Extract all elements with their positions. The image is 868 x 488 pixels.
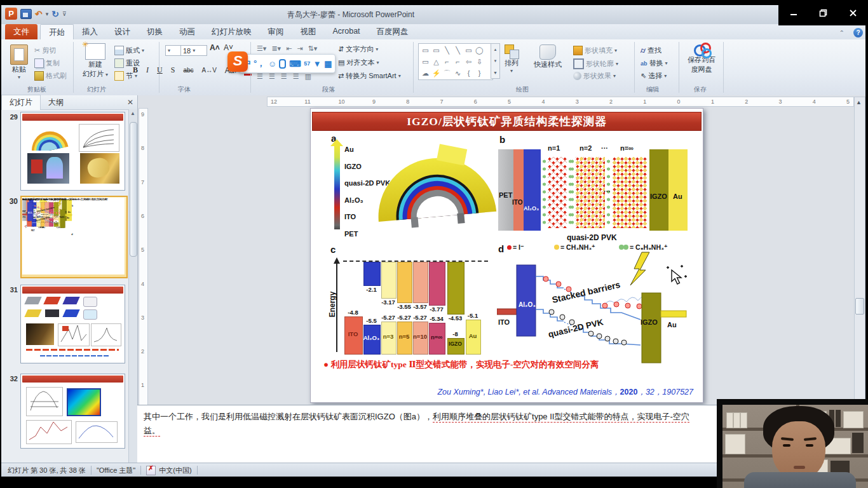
sogou-icon[interactable]: °， [254, 58, 265, 69]
italic-icon[interactable]: I [145, 65, 150, 75]
ribbon-tab-插入[interactable]: 插入 [74, 24, 106, 39]
cut-button[interactable]: ✂剪切 [34, 46, 56, 55]
scroll-up-icon[interactable]: ▲ [856, 99, 862, 105]
ribbon-tab-切换[interactable]: 切换 [139, 24, 171, 39]
bullets-icon[interactable]: ☰▾ [257, 44, 266, 53]
line-spacing-icon[interactable]: ⇅▾ [308, 44, 318, 53]
shape-glyph[interactable]: ⌐ [452, 57, 463, 67]
layout-button[interactable]: 版式▾ [114, 46, 144, 55]
ribbon-tab-文件[interactable]: 文件 [5, 24, 37, 39]
shape-glyph[interactable]: ╲ [452, 45, 463, 55]
shape-glyph[interactable]: △ [431, 57, 442, 67]
help-icon[interactable]: ? [853, 28, 863, 37]
shape-fill-button[interactable]: 形状填充▾ [573, 46, 617, 55]
format-painter-button[interactable]: 格式刷 [34, 71, 67, 81]
shape-glyph[interactable]: ☁ [420, 68, 431, 78]
grow-font-icon[interactable]: A˄ [208, 43, 221, 52]
save-to-baidu-button[interactable]: 保存到百 度网盘 [685, 43, 718, 74]
sogou-icon[interactable]: ☺ [268, 59, 276, 69]
slide-30-thumbnail-selected[interactable]: IGZO/层状钙钛矿异质结构柔性探测器 a AuIGZOquasi-2D PVK… [20, 196, 128, 278]
slide-32-thumbnail[interactable] [20, 374, 125, 449]
ribbon-tab-Acrobat[interactable]: Acrobat [325, 24, 369, 39]
slide-31-thumbnail[interactable] [20, 285, 125, 363]
underline-icon[interactable]: U [156, 65, 164, 75]
ribbon-tab-视图[interactable]: 视图 [292, 24, 325, 39]
shadow-icon[interactable]: S [170, 65, 177, 75]
shape-glyph[interactable]: ⌐ [442, 57, 452, 67]
shape-glyph[interactable]: { [463, 68, 474, 78]
shape-glyph[interactable]: ⌒ [442, 68, 452, 78]
char-spacing-icon[interactable]: A↔V [201, 67, 218, 74]
increase-indent-icon[interactable]: ⇥ [297, 44, 302, 53]
restore-button[interactable] [814, 6, 833, 20]
columns-icon[interactable]: ▥ [305, 72, 311, 81]
shrink-font-icon[interactable]: A˅ [222, 43, 234, 52]
shape-glyph[interactable]: ▭ [431, 45, 442, 55]
sogou-logo-icon[interactable]: S [227, 51, 248, 72]
align-text-button[interactable]: ▤对齐文本▾ [338, 58, 379, 67]
arrange-button[interactable]: 排列▾ [505, 44, 519, 74]
font-name-combo[interactable]: ▾ [165, 45, 182, 56]
text-direction-button[interactable]: ⇵文字方向▾ [338, 44, 378, 54]
shapes-gallery[interactable]: ▭▭╲╲▭◯▭△⌐⌐⇦⇩☁⚡⌒∿{} [418, 43, 493, 80]
align-left-icon[interactable]: ☰ [257, 72, 263, 81]
sogou-icon[interactable]: ▼ [313, 59, 322, 69]
justify-icon[interactable]: ☰ [293, 72, 299, 81]
shape-glyph[interactable]: ⇩ [474, 57, 485, 67]
panel-scroll-thumb[interactable] [130, 122, 137, 257]
tab-slides[interactable]: 幻灯片 [1, 95, 41, 110]
replace-button[interactable]: ab替换▾ [641, 58, 668, 68]
spellcheck-icon[interactable]: ✗ [146, 466, 156, 475]
slide-canvas[interactable]: IGZO/层状钙钛矿异质结构柔性探测器 a AuIGZOquasi-2D PVK… [310, 108, 703, 403]
minimize-button[interactable] [784, 6, 803, 20]
scrollbar-thumb[interactable] [855, 298, 864, 315]
ribbon-tab-百度网盘[interactable]: 百度网盘 [369, 24, 417, 39]
copy-button[interactable]: 复制 [34, 58, 60, 68]
shape-glyph[interactable]: ▭ [420, 45, 431, 55]
panel-close-icon[interactable]: ✕ [127, 98, 133, 107]
strikethrough-icon[interactable]: abc [182, 67, 194, 74]
citation[interactable]: Zou Xuming*, Liao Lei*, et al. Advanced … [406, 387, 693, 398]
collapse-ribbon-icon[interactable]: ⌃ [839, 29, 844, 36]
shape-glyph[interactable]: ⚡ [431, 68, 442, 78]
shape-glyph[interactable]: ▭ [420, 57, 431, 67]
find-button[interactable]: ⌭查找 [641, 46, 661, 55]
decrease-indent-icon[interactable]: ⇤ [286, 44, 292, 53]
sogou-input-toolbar[interactable]: 中°，☺⌨57▼▦ [239, 54, 336, 73]
shapes-gallery-scroll[interactable]: ▴▾▼ [491, 43, 500, 79]
sogou-icon[interactable]: ▦ [324, 59, 332, 69]
shape-glyph[interactable]: } [474, 68, 485, 78]
slides-panel-scrollbar[interactable]: ▲ [128, 109, 137, 463]
slide-bullet-text[interactable]: ● 利用层状钙钛矿type Ⅱ型交错式能带，实现电子-空穴对的有效空间分离 [323, 359, 692, 370]
tab-outline[interactable]: 大纲 [41, 95, 71, 110]
shape-outline-button[interactable]: 形状轮廓▾ [573, 58, 618, 69]
align-right-icon[interactable]: ☰ [281, 72, 287, 81]
sogou-icon[interactable]: 57 [304, 60, 310, 67]
numbering-icon[interactable]: ≣▾ [271, 44, 281, 53]
paste-button[interactable]: 粘贴▾ [10, 44, 28, 80]
ribbon-tab-审阅[interactable]: 审阅 [260, 24, 292, 39]
ribbon-tab-设计[interactable]: 设计 [106, 24, 139, 39]
close-button[interactable] [844, 6, 863, 20]
align-center-icon[interactable]: ☰ [269, 72, 275, 81]
font-size-combo[interactable]: 18▾ [180, 45, 207, 56]
shape-glyph[interactable]: ⇦ [463, 57, 474, 67]
smartart-button[interactable]: ⇄转换为 SmartArt▾ [338, 71, 401, 81]
shape-glyph[interactable]: ◯ [474, 45, 485, 55]
shape-glyph[interactable]: ╲ [442, 45, 452, 55]
sogou-icon[interactable] [279, 59, 286, 69]
slide-title-banner[interactable]: IGZO/层状钙钛矿异质结构柔性探测器 [312, 112, 702, 131]
shape-glyph[interactable]: ∿ [452, 68, 463, 78]
language-indicator[interactable]: 中文(中国) [159, 466, 191, 475]
theme-name[interactable]: "Office 主题" [97, 466, 135, 475]
slide-29-thumbnail[interactable] [20, 112, 125, 191]
panel-scroll-up-icon[interactable]: ▲ [130, 111, 135, 116]
ribbon-tab-幻灯片放映[interactable]: 幻灯片放映 [203, 24, 260, 39]
shape-glyph[interactable]: ▭ [463, 45, 474, 55]
bold-icon[interactable]: B [132, 65, 139, 75]
horizontal-ruler[interactable]: 121110987654321012345 [267, 97, 854, 107]
select-button[interactable]: ⇖选择▾ [641, 71, 667, 81]
shape-effects-button[interactable]: 形状效果▾ [573, 71, 616, 81]
slide-canvas[interactable]: IGZO/层状钙钛矿异质结构柔性探测器 a AuIGZOquasi-2D PVK… [22, 198, 125, 274]
quick-styles-button[interactable]: 快速样式 [534, 44, 562, 69]
